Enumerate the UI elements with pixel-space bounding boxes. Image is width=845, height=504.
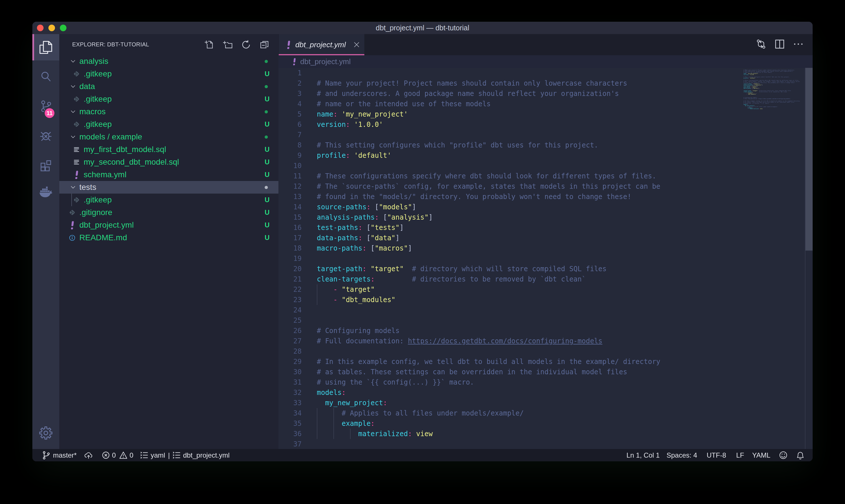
tree-folder-tests[interactable]: tests <box>59 181 278 194</box>
indent-guide <box>317 408 317 439</box>
tree-file-readme-md[interactable]: README.mdU <box>59 231 278 244</box>
cursor-position: Ln 1, Col 1 <box>626 451 660 459</box>
code-token: # found in the "models/" directory. You … <box>317 193 631 201</box>
git-untracked-badge: U <box>265 120 270 128</box>
code-token: # using the `{{ config(...) }}` macro. <box>317 378 474 386</box>
debug-icon <box>39 129 52 142</box>
code-token: materialized <box>751 109 758 109</box>
code-token: # as tables. These settings can be overr… <box>317 368 627 376</box>
activity-bar-item-extensions[interactable] <box>32 152 59 178</box>
tree-folder-models-example[interactable]: models / example <box>59 130 278 143</box>
code-editor[interactable]: 1 2 3 4 5 6 7 8 9 10 11 12 13 14 15 16 1… <box>278 68 813 449</box>
status-language[interactable]: YAML <box>752 449 771 461</box>
code-token: target-path <box>317 265 362 273</box>
status-problems[interactable]: 00 <box>102 449 133 461</box>
code-line: # as tables. These settings can be overr… <box>317 367 660 377</box>
code-token: ] <box>429 213 433 221</box>
zoom-window-button[interactable] <box>60 25 67 31</box>
code-token: : <box>371 275 375 283</box>
code-token: : <box>346 151 350 160</box>
scrollbar-thumb[interactable] <box>806 68 813 251</box>
close-window-button[interactable] <box>37 25 43 31</box>
tree-file--gitkeep[interactable]: .gitkeepU <box>59 68 278 80</box>
minimap[interactable]: # Name your project! Project names shoul… <box>743 69 805 449</box>
code-token: "tests" <box>371 224 400 232</box>
workbench: 11 EXPLORER: DBT-TUTORIAL analysis.gitke… <box>32 34 813 449</box>
new-file-button[interactable] <box>204 40 214 50</box>
activity-bar-item-settings[interactable] <box>32 420 59 446</box>
collapse-all-icon <box>259 40 269 50</box>
code-token <box>338 296 341 304</box>
activity-bar-item-explorer[interactable] <box>32 34 59 60</box>
code-token: : <box>362 265 366 273</box>
more-actions-button[interactable] <box>793 38 804 51</box>
tab-close-icon[interactable] <box>353 41 360 48</box>
code-line <box>317 439 660 449</box>
tree-folder-macros[interactable]: macros <box>59 105 278 118</box>
split-editor-button[interactable] <box>774 38 786 51</box>
status-feedback[interactable] <box>779 449 787 461</box>
code-line: # Full documentation: https://docs.getdb… <box>743 98 754 100</box>
code-token: "dbt_modules" <box>342 296 396 304</box>
code-line <box>317 130 660 140</box>
code-line <box>317 253 660 264</box>
activity-bar-item-docker[interactable] <box>32 178 59 204</box>
tree-file--gitkeep[interactable]: .gitkeepU <box>59 93 278 105</box>
breadcrumb-item-file[interactable]: dbt_project.yml <box>300 57 350 66</box>
code-token: macro-paths <box>743 88 751 89</box>
status-notifications[interactable] <box>796 449 804 461</box>
tree-file-schema-yml[interactable]: schema.ymlU <box>59 168 278 181</box>
branch-icon <box>42 451 50 460</box>
git-untracked-badge: U <box>265 171 270 179</box>
tree-folder-data[interactable]: data <box>59 80 278 93</box>
status-cursor[interactable]: Ln 1, Col 1 <box>626 449 660 461</box>
open-changes-button[interactable] <box>755 38 767 51</box>
code-line: data-paths: ["data"] <box>317 233 660 243</box>
status-branch[interactable]: master* <box>42 449 77 461</box>
status-eol[interactable]: LF <box>736 449 744 461</box>
tree-file-my-first-dbt-model-sql[interactable]: my_first_dbt_model.sqlU <box>59 143 278 156</box>
breadcrumbs[interactable]: dbt_project.yml <box>278 55 813 68</box>
tree-item-label: my_second_dbt_model.sql <box>84 158 179 167</box>
git-status-dot <box>265 110 268 113</box>
code-token <box>375 275 412 283</box>
editor-scrollbar[interactable] <box>805 68 813 449</box>
git-status-dot <box>265 60 268 63</box>
code-token: profile <box>743 78 749 78</box>
lines-file-icon <box>73 146 79 152</box>
new-folder-button[interactable] <box>223 40 233 50</box>
code-token: [ <box>383 213 387 221</box>
code-token: ] <box>412 203 416 211</box>
code-token <box>412 430 416 438</box>
code-token: # name or the intended use of these mode… <box>317 100 491 108</box>
tree-file--gitignore[interactable]: .gitignoreU <box>59 206 278 219</box>
code-token: ] <box>756 87 757 88</box>
tree-file--gitkeep[interactable]: .gitkeepU <box>59 194 278 206</box>
tree-folder-analysis[interactable]: analysis <box>59 55 278 68</box>
refresh-button[interactable] <box>241 40 251 50</box>
activity-bar-item-source-control[interactable]: 11 <box>32 93 59 119</box>
tree-file-my-second-dbt-model-sql[interactable]: my_second_dbt_model.sqlU <box>59 156 278 168</box>
indent-guide <box>317 284 317 305</box>
tree-file-dbt-project-yml[interactable]: dbt_project.ymlU <box>59 219 278 231</box>
code-token <box>338 286 341 293</box>
tree-file--gitkeep[interactable]: .gitkeepU <box>59 118 278 130</box>
yml-file-icon <box>69 222 75 228</box>
status-sync[interactable] <box>85 449 93 461</box>
code-token: models <box>317 389 342 397</box>
status-outline[interactable]: yaml|dbt_project.yml <box>140 449 230 461</box>
title-bar[interactable]: dbt_project.yml — dbt-tutorial <box>32 22 813 34</box>
status-encoding[interactable]: UTF-8 <box>707 449 726 461</box>
code-line: test-paths: ["tests"] <box>317 222 660 233</box>
code-token: 'default' <box>354 151 391 160</box>
code-token: version <box>317 121 346 129</box>
minimize-window-button[interactable] <box>49 25 55 31</box>
code-line: # found in the "models/" directory. You … <box>317 192 660 202</box>
status-indentation[interactable]: Spaces: 4 <box>667 449 697 461</box>
tab-dbt-project-yml[interactable]: dbt_project.yml <box>279 34 364 55</box>
activity-bar-item-search[interactable] <box>32 64 59 90</box>
code-line: materialized: view <box>317 429 660 439</box>
collapse-all-button[interactable] <box>259 40 269 50</box>
activity-bar-item-debug[interactable] <box>32 122 59 148</box>
code-token: # directory which will store compiled SQ… <box>412 265 606 273</box>
